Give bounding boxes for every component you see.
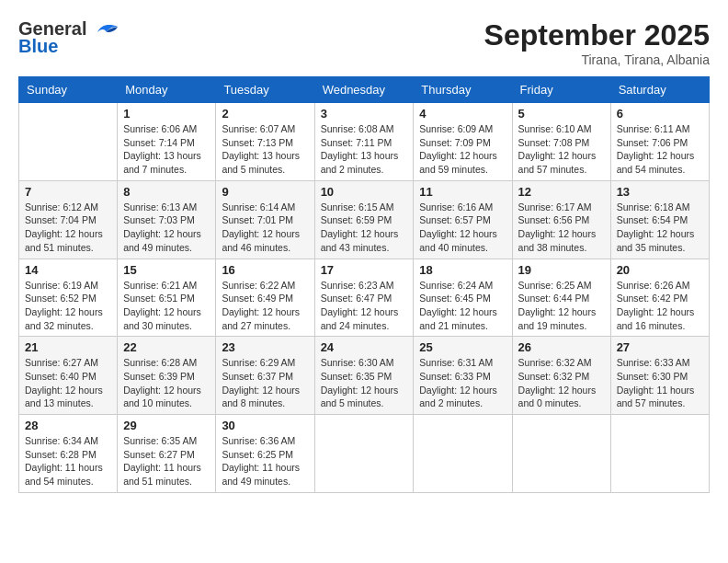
col-header-sunday: Sunday (19, 77, 118, 103)
day-number: 27 (617, 340, 703, 354)
day-number: 3 (321, 107, 408, 121)
day-cell: 19Sunrise: 6:25 AM Sunset: 6:44 PM Dayli… (512, 259, 610, 337)
day-info: Sunrise: 6:09 AM Sunset: 7:09 PM Dayligh… (419, 122, 506, 177)
day-number: 22 (123, 340, 210, 354)
day-info: Sunrise: 6:11 AM Sunset: 7:06 PM Dayligh… (617, 122, 703, 177)
day-info: Sunrise: 6:08 AM Sunset: 7:11 PM Dayligh… (321, 122, 408, 177)
day-info: Sunrise: 6:10 AM Sunset: 7:08 PM Dayligh… (518, 122, 605, 177)
day-number: 10 (321, 185, 408, 199)
day-number: 5 (518, 107, 605, 121)
week-row-4: 21Sunrise: 6:27 AM Sunset: 6:40 PM Dayli… (19, 337, 710, 415)
day-cell: 16Sunrise: 6:22 AM Sunset: 6:49 PM Dayli… (216, 259, 314, 337)
day-cell: 2Sunrise: 6:07 AM Sunset: 7:13 PM Daylig… (216, 103, 314, 181)
page-header: General Blue September 2025 Tirana, Tira… (18, 18, 710, 67)
day-info: Sunrise: 6:29 AM Sunset: 6:37 PM Dayligh… (222, 356, 308, 410)
week-row-2: 7Sunrise: 6:12 AM Sunset: 7:04 PM Daylig… (19, 180, 710, 259)
col-header-tuesday: Tuesday (216, 77, 314, 103)
day-cell: 9Sunrise: 6:14 AM Sunset: 7:01 PM Daylig… (216, 180, 314, 259)
day-cell: 14Sunrise: 6:19 AM Sunset: 6:52 PM Dayli… (19, 259, 118, 337)
day-info: Sunrise: 6:13 AM Sunset: 7:03 PM Dayligh… (123, 201, 210, 255)
week-row-1: 1Sunrise: 6:06 AM Sunset: 7:14 PM Daylig… (19, 103, 710, 181)
day-number: 11 (419, 185, 506, 199)
month-title: September 2025 (484, 18, 710, 52)
day-number: 26 (518, 340, 605, 354)
day-number: 13 (617, 185, 703, 199)
location: Tirana, Tirana, Albania (484, 52, 710, 67)
day-info: Sunrise: 6:34 AM Sunset: 6:28 PM Dayligh… (25, 434, 111, 488)
day-info: Sunrise: 6:27 AM Sunset: 6:40 PM Dayligh… (25, 356, 111, 410)
day-cell: 25Sunrise: 6:31 AM Sunset: 6:33 PM Dayli… (414, 337, 512, 415)
day-number: 8 (123, 185, 210, 199)
day-info: Sunrise: 6:19 AM Sunset: 6:52 PM Dayligh… (25, 279, 111, 333)
day-cell: 23Sunrise: 6:29 AM Sunset: 6:37 PM Dayli… (216, 337, 314, 415)
day-cell: 27Sunrise: 6:33 AM Sunset: 6:30 PM Dayli… (610, 337, 709, 415)
day-cell (314, 415, 414, 493)
day-info: Sunrise: 6:18 AM Sunset: 6:54 PM Dayligh… (617, 201, 703, 255)
day-cell: 3Sunrise: 6:08 AM Sunset: 7:11 PM Daylig… (314, 103, 414, 181)
day-cell: 30Sunrise: 6:36 AM Sunset: 6:25 PM Dayli… (216, 415, 314, 493)
col-header-monday: Monday (118, 77, 216, 103)
day-info: Sunrise: 6:24 AM Sunset: 6:45 PM Dayligh… (419, 279, 506, 333)
day-info: Sunrise: 6:12 AM Sunset: 7:04 PM Dayligh… (25, 201, 111, 255)
day-info: Sunrise: 6:35 AM Sunset: 6:27 PM Dayligh… (123, 434, 210, 488)
day-number: 7 (25, 185, 111, 199)
day-info: Sunrise: 6:32 AM Sunset: 6:32 PM Dayligh… (518, 356, 605, 410)
day-cell: 17Sunrise: 6:23 AM Sunset: 6:47 PM Dayli… (314, 259, 414, 337)
day-number: 25 (419, 340, 506, 354)
day-info: Sunrise: 6:06 AM Sunset: 7:14 PM Dayligh… (123, 122, 210, 177)
day-info: Sunrise: 6:21 AM Sunset: 6:51 PM Dayligh… (123, 279, 210, 333)
col-header-thursday: Thursday (414, 77, 512, 103)
col-header-wednesday: Wednesday (314, 77, 414, 103)
day-info: Sunrise: 6:17 AM Sunset: 6:56 PM Dayligh… (518, 201, 605, 255)
day-info: Sunrise: 6:14 AM Sunset: 7:01 PM Dayligh… (222, 201, 308, 255)
day-cell (610, 415, 709, 493)
day-info: Sunrise: 6:23 AM Sunset: 6:47 PM Dayligh… (321, 279, 408, 333)
day-info: Sunrise: 6:22 AM Sunset: 6:49 PM Dayligh… (222, 279, 308, 333)
day-cell: 26Sunrise: 6:32 AM Sunset: 6:32 PM Dayli… (512, 337, 610, 415)
day-cell: 18Sunrise: 6:24 AM Sunset: 6:45 PM Dayli… (414, 259, 512, 337)
day-number: 14 (25, 263, 111, 277)
logo-bird-icon (90, 19, 119, 40)
day-cell (414, 415, 512, 493)
day-info: Sunrise: 6:07 AM Sunset: 7:13 PM Dayligh… (222, 122, 308, 177)
day-number: 2 (222, 107, 308, 121)
logo: General Blue (18, 18, 119, 57)
day-number: 1 (123, 107, 210, 121)
day-number: 4 (419, 107, 506, 121)
day-cell (19, 103, 118, 181)
logo-blue: Blue (18, 36, 58, 57)
day-cell: 12Sunrise: 6:17 AM Sunset: 6:56 PM Dayli… (512, 180, 610, 259)
day-cell: 11Sunrise: 6:16 AM Sunset: 6:57 PM Dayli… (414, 180, 512, 259)
day-cell: 24Sunrise: 6:30 AM Sunset: 6:35 PM Dayli… (314, 337, 414, 415)
day-info: Sunrise: 6:26 AM Sunset: 6:42 PM Dayligh… (617, 279, 703, 333)
day-cell: 13Sunrise: 6:18 AM Sunset: 6:54 PM Dayli… (610, 180, 709, 259)
day-cell: 6Sunrise: 6:11 AM Sunset: 7:06 PM Daylig… (610, 103, 709, 181)
week-row-3: 14Sunrise: 6:19 AM Sunset: 6:52 PM Dayli… (19, 259, 710, 337)
day-info: Sunrise: 6:31 AM Sunset: 6:33 PM Dayligh… (419, 356, 506, 410)
day-number: 19 (518, 263, 605, 277)
day-number: 12 (518, 185, 605, 199)
day-number: 24 (321, 340, 408, 354)
day-info: Sunrise: 6:25 AM Sunset: 6:44 PM Dayligh… (518, 279, 605, 333)
day-number: 18 (419, 263, 506, 277)
col-header-saturday: Saturday (610, 77, 709, 103)
day-cell: 10Sunrise: 6:15 AM Sunset: 6:59 PM Dayli… (314, 180, 414, 259)
title-section: September 2025 Tirana, Tirana, Albania (484, 18, 710, 67)
day-info: Sunrise: 6:33 AM Sunset: 6:30 PM Dayligh… (617, 356, 703, 410)
day-number: 23 (222, 340, 308, 354)
day-cell: 5Sunrise: 6:10 AM Sunset: 7:08 PM Daylig… (512, 103, 610, 181)
day-number: 6 (617, 107, 703, 121)
col-header-friday: Friday (512, 77, 610, 103)
day-cell: 21Sunrise: 6:27 AM Sunset: 6:40 PM Dayli… (19, 337, 118, 415)
day-cell: 15Sunrise: 6:21 AM Sunset: 6:51 PM Dayli… (118, 259, 216, 337)
day-info: Sunrise: 6:36 AM Sunset: 6:25 PM Dayligh… (222, 434, 308, 488)
day-cell: 22Sunrise: 6:28 AM Sunset: 6:39 PM Dayli… (118, 337, 216, 415)
day-number: 20 (617, 263, 703, 277)
day-cell: 4Sunrise: 6:09 AM Sunset: 7:09 PM Daylig… (414, 103, 512, 181)
calendar-table: SundayMondayTuesdayWednesdayThursdayFrid… (18, 76, 710, 493)
day-number: 29 (123, 419, 210, 432)
day-cell: 28Sunrise: 6:34 AM Sunset: 6:28 PM Dayli… (19, 415, 118, 493)
week-row-5: 28Sunrise: 6:34 AM Sunset: 6:28 PM Dayli… (19, 415, 710, 493)
day-number: 21 (25, 340, 111, 354)
day-number: 9 (222, 185, 308, 199)
